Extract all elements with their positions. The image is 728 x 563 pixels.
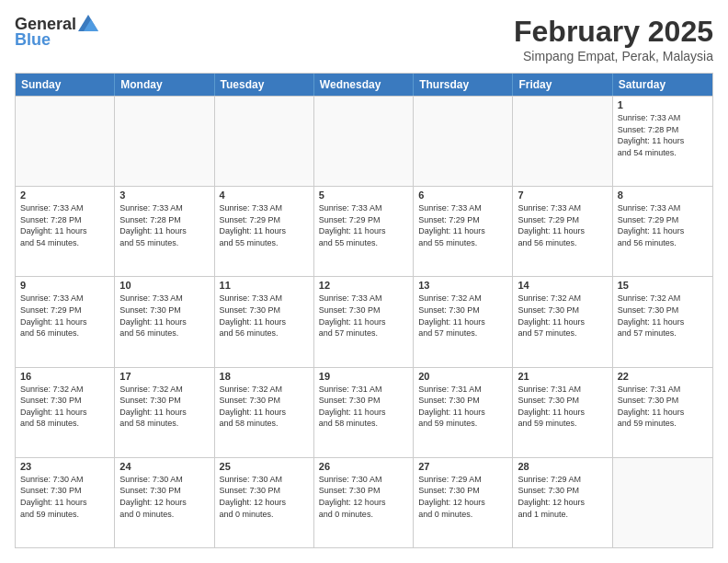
day-number: 22 bbox=[618, 371, 708, 382]
calendar-cell: 22Sunrise: 7:31 AM Sunset: 7:30 PM Dayli… bbox=[613, 368, 712, 457]
weekday-header: Friday bbox=[513, 74, 612, 96]
day-number: 28 bbox=[518, 461, 607, 472]
day-number: 17 bbox=[119, 371, 209, 382]
cell-info: Sunrise: 7:32 AM Sunset: 7:30 PM Dayligh… bbox=[518, 293, 607, 339]
day-number: 6 bbox=[418, 190, 507, 201]
day-number: 13 bbox=[418, 280, 507, 291]
day-number: 15 bbox=[618, 280, 708, 291]
cell-info: Sunrise: 7:33 AM Sunset: 7:28 PM Dayligh… bbox=[119, 202, 209, 248]
day-number: 7 bbox=[518, 190, 607, 201]
calendar-cell bbox=[513, 97, 612, 186]
cell-info: Sunrise: 7:30 AM Sunset: 7:30 PM Dayligh… bbox=[20, 474, 109, 520]
cell-info: Sunrise: 7:31 AM Sunset: 7:30 PM Dayligh… bbox=[618, 384, 708, 430]
calendar-cell: 11Sunrise: 7:33 AM Sunset: 7:30 PM Dayli… bbox=[215, 277, 314, 366]
calendar-cell: 28Sunrise: 7:29 AM Sunset: 7:30 PM Dayli… bbox=[513, 458, 612, 547]
calendar-cell: 25Sunrise: 7:30 AM Sunset: 7:30 PM Dayli… bbox=[215, 458, 314, 547]
weekday-header: Tuesday bbox=[215, 74, 314, 96]
calendar-cell: 6Sunrise: 7:33 AM Sunset: 7:29 PM Daylig… bbox=[414, 187, 513, 276]
weekday-header: Saturday bbox=[613, 74, 712, 96]
weekday-header: Thursday bbox=[414, 74, 513, 96]
calendar-cell: 7Sunrise: 7:33 AM Sunset: 7:29 PM Daylig… bbox=[513, 187, 612, 276]
cell-info: Sunrise: 7:33 AM Sunset: 7:28 PM Dayligh… bbox=[20, 202, 109, 248]
calendar-row: 1Sunrise: 7:33 AM Sunset: 7:28 PM Daylig… bbox=[16, 96, 712, 186]
day-number: 27 bbox=[418, 461, 507, 472]
cell-info: Sunrise: 7:30 AM Sunset: 7:30 PM Dayligh… bbox=[220, 474, 309, 520]
cell-info: Sunrise: 7:33 AM Sunset: 7:29 PM Dayligh… bbox=[20, 293, 109, 339]
logo-icon bbox=[78, 15, 98, 31]
day-number: 25 bbox=[220, 461, 309, 472]
day-number: 3 bbox=[119, 190, 209, 201]
cell-info: Sunrise: 7:32 AM Sunset: 7:30 PM Dayligh… bbox=[220, 384, 309, 430]
day-number: 16 bbox=[20, 371, 109, 382]
cell-info: Sunrise: 7:33 AM Sunset: 7:30 PM Dayligh… bbox=[319, 293, 408, 339]
day-number: 12 bbox=[319, 280, 408, 291]
calendar-cell: 10Sunrise: 7:33 AM Sunset: 7:30 PM Dayli… bbox=[115, 277, 214, 366]
calendar-row: 2Sunrise: 7:33 AM Sunset: 7:28 PM Daylig… bbox=[16, 186, 712, 276]
calendar-row: 23Sunrise: 7:30 AM Sunset: 7:30 PM Dayli… bbox=[16, 457, 712, 547]
day-number: 5 bbox=[319, 190, 408, 201]
calendar-cell: 27Sunrise: 7:29 AM Sunset: 7:30 PM Dayli… bbox=[414, 458, 513, 547]
cell-info: Sunrise: 7:33 AM Sunset: 7:29 PM Dayligh… bbox=[319, 202, 408, 248]
title-area: February 2025 Simpang Empat, Perak, Mala… bbox=[514, 15, 713, 63]
calendar-cell: 19Sunrise: 7:31 AM Sunset: 7:30 PM Dayli… bbox=[314, 368, 414, 457]
calendar-cell: 9Sunrise: 7:33 AM Sunset: 7:29 PM Daylig… bbox=[16, 277, 115, 366]
day-number: 11 bbox=[220, 280, 309, 291]
cell-info: Sunrise: 7:33 AM Sunset: 7:29 PM Dayligh… bbox=[418, 202, 507, 248]
calendar-cell: 4Sunrise: 7:33 AM Sunset: 7:29 PM Daylig… bbox=[215, 187, 314, 276]
cell-info: Sunrise: 7:30 AM Sunset: 7:30 PM Dayligh… bbox=[319, 474, 408, 520]
cell-info: Sunrise: 7:32 AM Sunset: 7:30 PM Dayligh… bbox=[20, 384, 109, 430]
calendar-cell: 26Sunrise: 7:30 AM Sunset: 7:30 PM Dayli… bbox=[314, 458, 414, 547]
day-number: 4 bbox=[220, 190, 309, 201]
calendar-cell bbox=[613, 458, 712, 547]
calendar-cell: 21Sunrise: 7:31 AM Sunset: 7:30 PM Dayli… bbox=[513, 368, 612, 457]
day-number: 24 bbox=[119, 461, 209, 472]
day-number: 1 bbox=[618, 99, 708, 110]
calendar-cell: 17Sunrise: 7:32 AM Sunset: 7:30 PM Dayli… bbox=[115, 368, 214, 457]
calendar-cell: 24Sunrise: 7:30 AM Sunset: 7:30 PM Dayli… bbox=[115, 458, 214, 547]
calendar-cell: 5Sunrise: 7:33 AM Sunset: 7:29 PM Daylig… bbox=[314, 187, 414, 276]
calendar-body: 1Sunrise: 7:33 AM Sunset: 7:28 PM Daylig… bbox=[16, 96, 712, 547]
calendar: SundayMondayTuesdayWednesdayThursdayFrid… bbox=[15, 73, 713, 548]
cell-info: Sunrise: 7:32 AM Sunset: 7:30 PM Dayligh… bbox=[119, 384, 209, 430]
calendar-cell: 15Sunrise: 7:32 AM Sunset: 7:30 PM Dayli… bbox=[613, 277, 712, 366]
calendar-cell bbox=[215, 97, 314, 186]
calendar-header: SundayMondayTuesdayWednesdayThursdayFrid… bbox=[16, 74, 712, 96]
day-number: 20 bbox=[418, 371, 507, 382]
page: General Blue February 2025 Simpang Empat… bbox=[0, 0, 728, 563]
calendar-cell: 2Sunrise: 7:33 AM Sunset: 7:28 PM Daylig… bbox=[16, 187, 115, 276]
cell-info: Sunrise: 7:30 AM Sunset: 7:30 PM Dayligh… bbox=[119, 474, 209, 520]
calendar-row: 16Sunrise: 7:32 AM Sunset: 7:30 PM Dayli… bbox=[16, 367, 712, 457]
cell-info: Sunrise: 7:33 AM Sunset: 7:29 PM Dayligh… bbox=[220, 202, 309, 248]
cell-info: Sunrise: 7:33 AM Sunset: 7:29 PM Dayligh… bbox=[618, 202, 708, 248]
calendar-cell: 3Sunrise: 7:33 AM Sunset: 7:28 PM Daylig… bbox=[115, 187, 214, 276]
weekday-header: Monday bbox=[115, 74, 214, 96]
calendar-cell: 18Sunrise: 7:32 AM Sunset: 7:30 PM Dayli… bbox=[215, 368, 314, 457]
cell-info: Sunrise: 7:32 AM Sunset: 7:30 PM Dayligh… bbox=[618, 293, 708, 339]
day-number: 19 bbox=[319, 371, 408, 382]
day-number: 8 bbox=[618, 190, 708, 201]
calendar-cell: 13Sunrise: 7:32 AM Sunset: 7:30 PM Dayli… bbox=[414, 277, 513, 366]
day-number: 10 bbox=[119, 280, 209, 291]
day-number: 21 bbox=[518, 371, 607, 382]
calendar-cell: 12Sunrise: 7:33 AM Sunset: 7:30 PM Dayli… bbox=[314, 277, 414, 366]
day-number: 26 bbox=[319, 461, 408, 472]
location: Simpang Empat, Perak, Malaysia bbox=[514, 49, 713, 63]
cell-info: Sunrise: 7:32 AM Sunset: 7:30 PM Dayligh… bbox=[418, 293, 507, 339]
calendar-cell: 14Sunrise: 7:32 AM Sunset: 7:30 PM Dayli… bbox=[513, 277, 612, 366]
calendar-row: 9Sunrise: 7:33 AM Sunset: 7:29 PM Daylig… bbox=[16, 276, 712, 366]
day-number: 14 bbox=[518, 280, 607, 291]
cell-info: Sunrise: 7:33 AM Sunset: 7:30 PM Dayligh… bbox=[220, 293, 309, 339]
calendar-cell: 8Sunrise: 7:33 AM Sunset: 7:29 PM Daylig… bbox=[613, 187, 712, 276]
calendar-cell: 23Sunrise: 7:30 AM Sunset: 7:30 PM Dayli… bbox=[16, 458, 115, 547]
weekday-header: Wednesday bbox=[314, 74, 414, 96]
day-number: 18 bbox=[220, 371, 309, 382]
calendar-cell bbox=[314, 97, 414, 186]
cell-info: Sunrise: 7:29 AM Sunset: 7:30 PM Dayligh… bbox=[518, 474, 607, 520]
cell-info: Sunrise: 7:31 AM Sunset: 7:30 PM Dayligh… bbox=[418, 384, 507, 430]
cell-info: Sunrise: 7:33 AM Sunset: 7:30 PM Dayligh… bbox=[119, 293, 209, 339]
cell-info: Sunrise: 7:33 AM Sunset: 7:29 PM Dayligh… bbox=[518, 202, 607, 248]
cell-info: Sunrise: 7:29 AM Sunset: 7:30 PM Dayligh… bbox=[418, 474, 507, 520]
weekday-header: Sunday bbox=[16, 74, 115, 96]
calendar-cell bbox=[16, 97, 115, 186]
logo: General Blue bbox=[15, 15, 98, 50]
